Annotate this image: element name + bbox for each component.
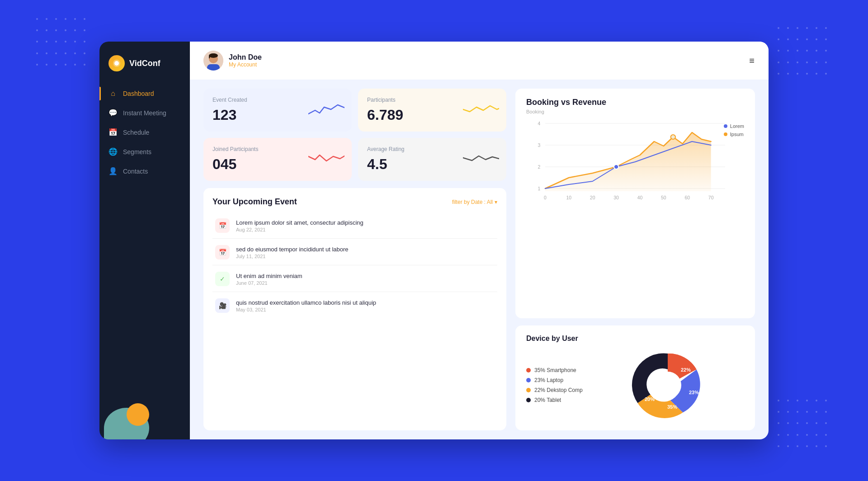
donut-content: 35% Smartphone 23% Laptop 22% Dekstop Co… [526, 349, 744, 421]
svg-text:22%: 22% [681, 367, 691, 373]
list-item: 📅 Lorem ipsum dolor sit amet, consectur … [212, 213, 497, 239]
menu-icon[interactable]: ≡ [749, 56, 755, 65]
chart-participants [463, 100, 499, 120]
list-item: 🎥 quis nostrud exercitation ullamco labo… [212, 293, 497, 318]
sidebar-item-label-instant: Instant Meeting [123, 109, 166, 117]
user-name: John Doe [229, 53, 262, 61]
legend-dot-lorem [724, 124, 727, 128]
svg-point-5 [209, 53, 218, 58]
legend-dot-ipsum [724, 132, 727, 136]
booking-chart-card: Booking vs Revenue Booking 4 3 2 [515, 89, 755, 318]
svg-text:35%: 35% [667, 404, 677, 410]
logo-area: VidConf [99, 55, 190, 85]
logo-text: VidConf [129, 59, 160, 68]
dot-smartphone [526, 368, 531, 373]
sidebar-item-label-dashboard: Dashboard [123, 90, 154, 97]
sidebar-item-label-contacts: Contacts [123, 168, 148, 175]
svg-text:0: 0 [544, 195, 547, 200]
legend-smartphone: 35% Smartphone [526, 367, 583, 373]
booking-chart-area: 4 3 2 1 0 10 20 30 40 50 60 70 [526, 119, 744, 209]
svg-text:23%: 23% [689, 390, 699, 395]
event-icon-check: ✓ [215, 272, 230, 286]
svg-rect-3 [207, 64, 220, 71]
sidebar-item-label-schedule: Schedule [123, 129, 149, 136]
svg-text:10: 10 [566, 195, 571, 200]
legend-item-lorem: Lorem [724, 123, 744, 129]
right-panel: Booking vs Revenue Booking 4 3 2 [515, 89, 755, 430]
donut-chart-wrap: 22% 23% 35% 20% [592, 349, 744, 421]
upcoming-title: Your Upcoming Event [212, 197, 297, 207]
bg-dots-top-right [778, 27, 832, 81]
svg-text:20%: 20% [645, 396, 655, 402]
list-item: 📅 sed do eiusmod tempor incididunt ut la… [212, 240, 497, 265]
dot-laptop [526, 378, 531, 382]
svg-text:2: 2 [538, 165, 541, 170]
sidebar-item-instant-meeting[interactable]: 💬 Instant Meeting [99, 104, 190, 122]
svg-text:70: 70 [708, 195, 714, 200]
legend-tablet: 20% Tablet [526, 397, 583, 403]
user-info: John Doe My Account [203, 51, 262, 71]
donut-chart-svg: 22% 23% 35% 20% [627, 349, 708, 421]
event-details: quis nostrud exercitation ullamco labori… [236, 299, 495, 312]
chart-joined [308, 150, 344, 170]
svg-text:50: 50 [661, 195, 666, 200]
segments-icon: 🌐 [108, 147, 118, 156]
event-icon-video: 🎥 [215, 298, 230, 313]
sidebar-item-dashboard[interactable]: ⌂ Dashboard [99, 85, 190, 102]
instant-meeting-icon: 💬 [108, 108, 118, 117]
stat-card-rating: Average Rating 4.5 [358, 138, 506, 181]
stat-card-event-created: Event Created 123 [203, 89, 352, 132]
stat-card-participants: Participants 6.789 [358, 89, 506, 132]
chart-y-label: Booking [526, 109, 744, 114]
sidebar-item-label-segments: Segments [123, 148, 151, 156]
legend-item-ipsum: Ipsum [724, 132, 744, 137]
legend-desktop: 22% Dekstop Comp [526, 387, 583, 393]
stats-grid: Event Created 123 Participants 6.789 [203, 89, 506, 181]
sidebar: VidConf ⌂ Dashboard 💬 Instant Meeting 📅 … [99, 42, 190, 439]
main-content: John Doe My Account ≡ Event Created 123 [190, 42, 769, 439]
bg-dots-bottom-right [778, 400, 832, 454]
event-details: sed do eiusmod tempor incididunt ut labo… [236, 246, 495, 259]
svg-text:40: 40 [637, 195, 643, 200]
dot-tablet [526, 398, 531, 402]
upcoming-header: Your Upcoming Event filter by Date : All… [212, 197, 497, 207]
bg-dots-top-left [36, 18, 90, 72]
sidebar-item-schedule[interactable]: 📅 Schedule [99, 123, 190, 141]
main-window: VidConf ⌂ Dashboard 💬 Instant Meeting 📅 … [99, 42, 769, 439]
event-details: Lorem ipsum dolor sit amet, consectur ad… [236, 219, 495, 232]
left-panel: Event Created 123 Participants 6.789 [203, 89, 506, 430]
user-role: My Account [229, 61, 262, 68]
logo-icon [108, 55, 125, 71]
dashboard-body: Event Created 123 Participants 6.789 [190, 80, 769, 439]
chart-event-created [308, 100, 344, 120]
chart-legend: Lorem Ipsum [724, 123, 744, 137]
donut-legend: 35% Smartphone 23% Laptop 22% Dekstop Co… [526, 367, 583, 403]
svg-rect-6 [209, 56, 210, 58]
sidebar-decoration [99, 385, 190, 439]
svg-text:30: 30 [613, 195, 619, 200]
stat-card-joined: Joined Participants 045 [203, 138, 352, 181]
chevron-down-icon: ▾ [495, 199, 497, 205]
sidebar-item-segments[interactable]: 🌐 Segments [99, 143, 190, 160]
dot-desktop [526, 388, 531, 392]
svg-text:60: 60 [684, 195, 690, 200]
legend-laptop: 23% Laptop [526, 377, 583, 383]
svg-text:1: 1 [538, 186, 541, 191]
dashboard-icon: ⌂ [108, 90, 118, 98]
svg-text:4: 4 [538, 121, 541, 126]
upcoming-events-card: Your Upcoming Event filter by Date : All… [203, 188, 506, 430]
svg-point-24 [614, 165, 618, 169]
chart-title: Booking vs Revenue [526, 98, 744, 107]
svg-point-26 [654, 372, 681, 399]
event-list: 📅 Lorem ipsum dolor sit amet, consectur … [212, 213, 497, 318]
svg-text:3: 3 [538, 143, 541, 148]
chart-rating [463, 150, 499, 170]
sidebar-item-contacts[interactable]: 👤 Contacts [99, 162, 190, 180]
svg-point-1 [114, 61, 119, 66]
nav-items: ⌂ Dashboard 💬 Instant Meeting 📅 Schedule… [99, 85, 190, 180]
device-chart-card: Device by User 35% Smartphone 23% Laptop [515, 325, 755, 430]
user-details: John Doe My Account [229, 53, 262, 68]
event-icon-calendar2: 📅 [215, 245, 230, 259]
avatar [203, 51, 223, 71]
filter-button[interactable]: filter by Date : All ▾ [452, 199, 497, 205]
